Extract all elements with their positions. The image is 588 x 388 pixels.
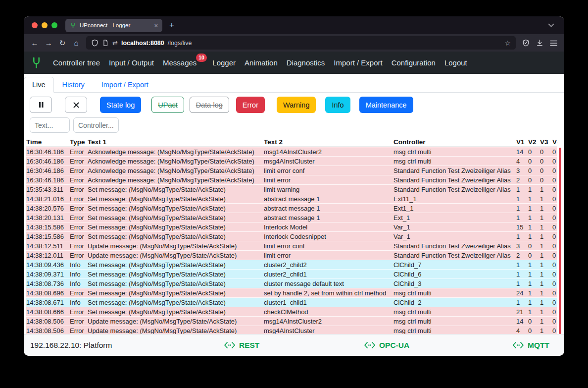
cell-v2: 1 (528, 289, 540, 297)
nav-item-messages[interactable]: Messages10 (159, 56, 200, 69)
table-row[interactable]: 14:38:09.436 Info Set message: (MsgNo/Ms… (26, 260, 557, 270)
rest-connection-status[interactable]: REST (224, 341, 259, 350)
table-row[interactable]: 14:38:08.506 Error Update message: (MsgN… (26, 317, 557, 326)
controller-filter-input[interactable] (73, 117, 119, 133)
cell-text2: limit error (264, 252, 393, 259)
state-log-button[interactable]: State log (100, 97, 141, 113)
close-window-button[interactable] (32, 22, 38, 28)
table-scrollbar[interactable] (559, 148, 561, 334)
pause-button[interactable] (30, 97, 52, 113)
minimize-window-button[interactable] (42, 22, 48, 28)
table-row[interactable]: 14:38:08.696 Error Set message: (MsgNo/M… (26, 288, 557, 298)
text-filter-input[interactable] (30, 117, 70, 133)
browser-tab[interactable]: UPconnect - Logger × (65, 19, 162, 32)
cell-controller: Standard Function Test Zweizeiliger Alia… (393, 242, 516, 250)
table-row[interactable]: 14:38:12.511 Error Update message: (MsgN… (26, 241, 557, 251)
home-icon[interactable]: ⌂ (69, 36, 83, 50)
list-tabs-chevron-icon[interactable] (548, 23, 554, 27)
nav-item-logout[interactable]: Logout (441, 56, 471, 69)
cell-text1: Set message: (MsgNo/MsgType/State/AckSta… (88, 280, 264, 287)
downloads-icon[interactable] (533, 36, 546, 50)
upconnect-logo[interactable] (30, 56, 43, 69)
cell-v2: 1 (528, 195, 540, 203)
tab-live[interactable]: Live (24, 77, 54, 93)
table-row[interactable]: 14:38:08.506 Error Update message: (MsgN… (26, 326, 557, 334)
nav-item-logger[interactable]: Logger (208, 56, 240, 69)
warning-filter-button[interactable]: Warning (277, 97, 316, 113)
cell-v1: 1 (516, 214, 528, 222)
data-log-filter-button[interactable]: Data log (190, 97, 229, 113)
cell-v4: 0 (552, 214, 557, 222)
table-row[interactable]: 14:38:08.736 Info Set message: (MsgNo/Ms… (26, 279, 557, 288)
close-tab-icon[interactable]: × (154, 22, 158, 29)
table-row[interactable]: 16:30:46.186 Error Acknowledge message: … (26, 157, 557, 166)
nav-item-animation[interactable]: Animation (241, 56, 282, 69)
maintenance-filter-button[interactable]: Maintenance (359, 97, 413, 113)
cell-time: 14:38:12.511 (26, 242, 70, 250)
cell-controller: ClChild_2 (393, 299, 516, 306)
upact-filter-button[interactable]: UPact (151, 97, 184, 113)
cell-v2: 0 (528, 158, 540, 165)
tab-history[interactable]: History (54, 77, 93, 93)
status-bar: 192.168.22.10: Platform REST OPC-UA MQTT (24, 334, 564, 356)
bookmark-star-icon[interactable]: ☆ (504, 39, 511, 47)
browser-window: UPconnect - Logger × + ← → ↻ ⌂ ⇄ localho… (24, 16, 564, 356)
table-row[interactable]: 16:30:46.186 Error Acknowledge message: … (26, 166, 557, 175)
forward-icon[interactable]: → (42, 36, 55, 50)
url-path: /logs/live (168, 40, 192, 47)
table-row[interactable]: 14:38:21.016 Error Set message: (MsgNo/M… (26, 194, 557, 204)
cell-v3: 1 (540, 271, 552, 278)
cell-text2: msg4AInstCluster (264, 327, 393, 334)
nav-item-configuration[interactable]: Configuration (388, 56, 440, 69)
connection-type-icon[interactable]: ⇄ (112, 39, 118, 47)
cell-v1: 1 (516, 195, 528, 203)
cell-text1: Update message: (MsgNo/MsgType/State/Ack… (88, 242, 264, 250)
header-text1: Text 1 (88, 138, 264, 146)
table-row[interactable]: 14:38:15.586 Error Set message: (MsgNo/M… (26, 232, 557, 241)
opcua-connection-status[interactable]: OPC-UA (364, 341, 409, 350)
cell-v1: 1 (516, 299, 528, 306)
table-row[interactable]: 14:38:15.586 Error Set message: (MsgNo/M… (26, 222, 557, 232)
info-filter-button[interactable]: Info (325, 97, 350, 113)
mqtt-label: MQTT (528, 341, 549, 350)
error-filter-button[interactable]: Error (236, 97, 265, 113)
table-row[interactable]: 14:38:20.131 Error Set message: (MsgNo/M… (26, 213, 557, 222)
back-icon[interactable]: ← (28, 36, 42, 50)
table-row[interactable]: 16:30:46.186 Error Acknowledge message: … (26, 147, 557, 157)
cell-v1: 14 (516, 148, 528, 156)
cell-text2: msg4AInstCluster (264, 158, 393, 165)
table-row[interactable]: 15:35:43.311 Error Set message: (MsgNo/M… (26, 185, 557, 194)
cell-type: Info (70, 261, 88, 269)
tracking-shield-icon[interactable] (91, 39, 98, 47)
url-bar[interactable]: ⇄ localhost:8080/logs/live ☆ (86, 36, 516, 50)
maximize-window-button[interactable] (51, 22, 57, 28)
table-body: 16:30:46.186 Error Acknowledge message: … (26, 147, 557, 334)
cell-v3: 1 (540, 223, 552, 231)
nav-item-import-export[interactable]: Import / Export (330, 56, 386, 69)
menu-hamburger-icon[interactable] (546, 36, 560, 50)
cell-v3: 1 (540, 214, 552, 222)
cell-v1: 4 (516, 327, 528, 334)
table-row[interactable]: 14:38:08.671 Info Set message: (MsgNo/Ms… (26, 298, 557, 307)
cell-text1: Set message: (MsgNo/MsgType/State/AckSta… (88, 261, 264, 269)
connection-icon (513, 342, 524, 348)
table-row[interactable]: 14:38:08.666 Error Set message: (MsgNo/M… (26, 307, 557, 317)
reload-icon[interactable]: ↻ (55, 36, 69, 50)
clear-button[interactable] (65, 97, 87, 113)
table-row[interactable]: 16:30:46.186 Error Acknowledge message: … (26, 175, 557, 185)
table-row[interactable]: 14:38:20.576 Error Set message: (MsgNo/M… (26, 204, 557, 213)
table-row[interactable]: 14:38:12.011 Error Update message: (MsgN… (26, 251, 557, 260)
header-controller: Controller (393, 138, 516, 146)
cell-v1: 1 (516, 233, 528, 240)
extension-shield-icon[interactable] (519, 36, 533, 50)
table-row[interactable]: 14:38:09.371 Info Set message: (MsgNo/Ms… (26, 270, 557, 279)
page-info-icon[interactable] (102, 39, 109, 47)
mqtt-connection-status[interactable]: MQTT (513, 341, 549, 350)
nav-item-diagnostics[interactable]: Diagnostics (283, 56, 329, 69)
cell-v2: 1 (528, 299, 540, 306)
cell-v4: 0 (552, 167, 557, 174)
nav-item-controller-tree[interactable]: Controller tree (49, 56, 104, 69)
tab-import-export[interactable]: Import / Export (93, 77, 157, 93)
new-tab-button[interactable]: + (169, 20, 174, 30)
nav-item-input-output[interactable]: Input / Output (105, 56, 158, 69)
